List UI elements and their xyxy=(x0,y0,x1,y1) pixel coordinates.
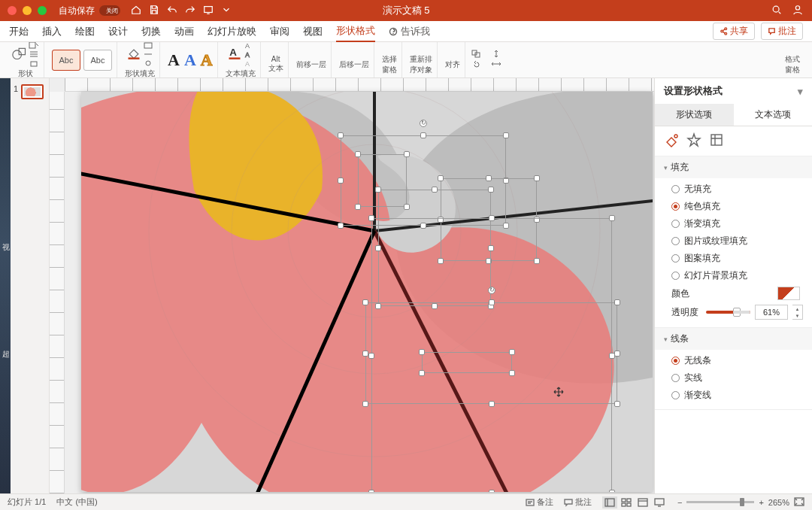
resize-handle[interactable] xyxy=(609,353,615,359)
resize-handle[interactable] xyxy=(432,187,438,193)
line-option-none[interactable]: 无线条 xyxy=(671,354,803,367)
resize-handle[interactable] xyxy=(438,175,444,181)
resize-handle[interactable] xyxy=(534,175,540,181)
home-icon[interactable] xyxy=(131,5,141,17)
text-options-tab[interactable]: 文本选项 xyxy=(734,104,813,126)
resize-handle[interactable] xyxy=(404,151,410,157)
zoom-percent[interactable]: 265% xyxy=(768,498,789,507)
notes-toggle[interactable]: 备注 xyxy=(526,496,553,508)
zoom-slider-thumb[interactable] xyxy=(740,498,744,506)
resize-handle[interactable] xyxy=(355,204,361,210)
account-icon[interactable] xyxy=(792,5,803,17)
align-group[interactable]: 对齐 xyxy=(441,42,465,77)
resize-handle[interactable] xyxy=(368,215,374,221)
resize-handle[interactable] xyxy=(368,353,374,359)
opacity-stepper[interactable]: ▲▼ xyxy=(792,305,803,320)
slider-thumb[interactable] xyxy=(733,308,741,317)
comments-button[interactable]: 批注 xyxy=(761,23,803,40)
line-option-gradient[interactable]: 渐变线 xyxy=(671,389,803,402)
resize-handle[interactable] xyxy=(338,132,344,138)
wordart-a3[interactable]: A xyxy=(201,50,213,70)
shape-options-tab[interactable]: 形状选项 xyxy=(655,104,734,126)
fill-option-picture[interactable]: 图片或纹理填充 xyxy=(671,235,803,247)
group-icon[interactable] xyxy=(471,50,482,59)
tab-design[interactable]: 设计 xyxy=(108,22,128,41)
slide-canvas[interactable] xyxy=(50,78,654,493)
resize-handle[interactable] xyxy=(609,490,615,492)
pane-options-icon[interactable]: ▾ xyxy=(798,86,803,97)
resize-handle[interactable] xyxy=(338,223,344,229)
sorter-view-button[interactable] xyxy=(619,496,634,508)
resize-handle[interactable] xyxy=(614,299,620,305)
rotate-icon[interactable] xyxy=(471,60,482,70)
selection-box-7[interactable] xyxy=(371,218,612,492)
resize-handle[interactable] xyxy=(609,215,615,221)
slideshow-view-button[interactable] xyxy=(652,496,667,508)
resize-handle[interactable] xyxy=(489,215,495,221)
zoom-slider[interactable] xyxy=(686,501,754,503)
fill-option-gradient[interactable]: 渐变填充 xyxy=(671,217,803,230)
text-fill-stack[interactable]: A A A xyxy=(244,41,254,68)
language-status[interactable]: 中文 (中国) xyxy=(56,496,97,508)
reading-view-button[interactable] xyxy=(635,496,650,508)
line-option-solid[interactable]: 实线 xyxy=(671,372,803,384)
resize-handle[interactable] xyxy=(375,187,381,193)
alt-text-group[interactable]: Alt 文本 xyxy=(264,42,289,77)
tab-shape-format[interactable]: 形状格式 xyxy=(336,21,375,42)
shapes-icon[interactable] xyxy=(12,46,27,62)
style-preset-2[interactable]: Abc xyxy=(52,50,80,71)
paint-bucket-icon[interactable] xyxy=(126,46,141,62)
text-fill-icon[interactable]: A xyxy=(227,46,242,62)
shape-fill-stack[interactable] xyxy=(143,41,153,68)
autosave-toggle[interactable]: 自动保存 关闭 xyxy=(59,5,120,17)
tab-draw[interactable]: 绘图 xyxy=(75,22,95,41)
wordart-a1[interactable]: A xyxy=(168,50,180,70)
opacity-value[interactable]: 61% xyxy=(755,305,788,320)
tell-me[interactable]: 告诉我 xyxy=(389,25,430,38)
undo-icon[interactable] xyxy=(167,5,177,17)
height-icon[interactable] xyxy=(491,50,501,59)
fill-option-solid[interactable]: 纯色填充 xyxy=(671,200,803,213)
resize-handle[interactable] xyxy=(338,178,344,184)
tab-animations[interactable]: 动画 xyxy=(174,22,194,41)
resize-handle[interactable] xyxy=(362,401,368,407)
resize-handle[interactable] xyxy=(489,490,495,492)
fill-color-picker[interactable] xyxy=(777,287,800,300)
opacity-slider[interactable] xyxy=(706,311,750,314)
tab-home[interactable]: 开始 xyxy=(9,22,29,41)
rotation-handle[interactable] xyxy=(420,120,427,127)
fill-option-slide-bg[interactable]: 幻灯片背景填充 xyxy=(671,269,803,282)
zoom-out-button[interactable]: − xyxy=(677,498,682,507)
resize-handle[interactable] xyxy=(486,175,492,181)
tab-transitions[interactable]: 切换 xyxy=(141,22,161,41)
send-backward-group[interactable]: 后移一层 xyxy=(335,42,374,77)
slide-count[interactable]: 幻灯片 1/1 xyxy=(8,496,46,508)
resize-handle[interactable] xyxy=(614,351,620,357)
slide[interactable] xyxy=(81,92,653,492)
tab-insert[interactable]: 插入 xyxy=(42,22,62,41)
format-pane-button[interactable]: 格式 窗格 xyxy=(780,42,804,77)
show-icon[interactable] xyxy=(203,5,214,17)
resize-handle[interactable] xyxy=(614,401,620,407)
fit-to-window-button[interactable] xyxy=(794,497,804,508)
search-icon[interactable] xyxy=(771,5,782,17)
tab-review[interactable]: 审阅 xyxy=(270,22,289,41)
line-section-header[interactable]: 线条 xyxy=(655,328,812,350)
shape-edit-stack[interactable] xyxy=(29,41,39,68)
bring-forward-group[interactable]: 前移一层 xyxy=(292,42,332,77)
zoom-window[interactable] xyxy=(38,6,47,15)
reorder-group[interactable]: 重新排 序对象 xyxy=(405,42,438,77)
wordart-a2[interactable]: A xyxy=(184,50,196,70)
effects-category-icon[interactable] xyxy=(686,132,701,150)
style-preset-3[interactable]: Abc xyxy=(83,50,112,71)
zoom-in-button[interactable]: + xyxy=(759,498,763,507)
thumbnail-1[interactable]: 1 xyxy=(14,84,46,99)
share-button[interactable]: 共享 xyxy=(713,23,755,40)
close-window[interactable] xyxy=(8,6,17,15)
fill-section-header[interactable]: 填充 xyxy=(655,156,812,178)
qat-dropdown-icon[interactable] xyxy=(221,5,232,17)
redo-icon[interactable] xyxy=(185,5,195,17)
resize-handle[interactable] xyxy=(488,187,494,193)
tab-view[interactable]: 视图 xyxy=(303,22,323,41)
width-icon[interactable] xyxy=(491,60,501,70)
